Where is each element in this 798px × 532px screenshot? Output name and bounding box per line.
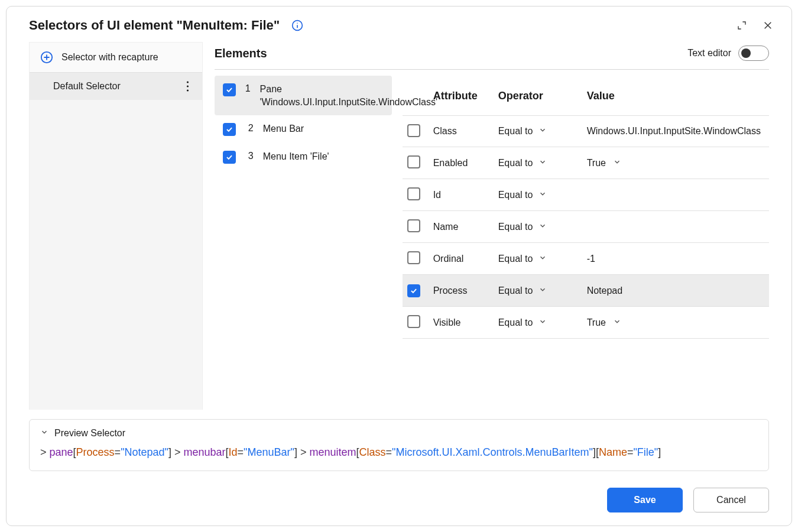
element-label: Menu Item 'File' [263, 150, 384, 163]
new-selector-recapture[interactable]: Selector with recapture [30, 43, 202, 73]
chevron-down-icon [539, 286, 547, 296]
more-options-icon[interactable] [181, 79, 195, 93]
token-str: "MenuBar" [244, 446, 294, 458]
operator-dropdown[interactable]: Equal to [498, 254, 587, 264]
new-selector-label: Selector with recapture [61, 52, 158, 63]
token-tag: menuitem [309, 446, 356, 458]
operator-label: Equal to [498, 254, 533, 264]
attribute-name: Process [431, 286, 498, 296]
token-str: "Notepad" [121, 446, 168, 458]
attribute-row[interactable]: EnabledEqual toTrue [403, 147, 769, 179]
token-br: = [627, 446, 634, 458]
attribute-checkbox[interactable] [407, 219, 420, 232]
attribute-value: Notepad [587, 286, 623, 296]
operator-dropdown[interactable]: Equal to [498, 222, 587, 232]
save-button[interactable]: Save [607, 488, 683, 512]
operator-dropdown[interactable]: Equal to [498, 126, 587, 137]
plus-circle-icon [40, 51, 53, 64]
attribute-name: Visible [431, 317, 498, 328]
attribute-row[interactable]: NameEqual to [403, 211, 769, 243]
panes: 1Pane 'Windows.UI.Input.InputSite.Window… [215, 76, 769, 410]
attributes-panel: Attribute Operator Value ClassEqual toWi… [403, 76, 769, 410]
svg-point-2 [297, 22, 298, 24]
chevron-down-icon [539, 254, 547, 264]
dialog-body: Selector with recapture Default Selector… [7, 42, 791, 410]
operator-label: Equal to [498, 222, 533, 232]
attribute-row[interactable]: VisibleEqual toTrue [403, 307, 769, 339]
operator-label: Equal to [498, 158, 533, 168]
dialog-footer: Save Cancel [7, 471, 791, 525]
text-editor-toggle[interactable] [738, 46, 769, 61]
attribute-row[interactable]: OrdinalEqual to-1 [403, 243, 769, 275]
cancel-button[interactable]: Cancel [693, 488, 769, 512]
selector-dialog: Selectors of UI element "MenuItem: File" [6, 6, 792, 526]
selector-list: Default Selector [30, 73, 202, 100]
attribute-value: True [587, 317, 606, 328]
element-checkbox[interactable] [223, 123, 236, 136]
operator-label: Equal to [498, 317, 533, 328]
preview-selector-toggle[interactable]: Preview Selector [40, 428, 758, 439]
operator-dropdown[interactable]: Equal to [498, 190, 587, 200]
attribute-row[interactable]: ClassEqual toWindows.UI.Input.InputSite.… [403, 115, 769, 147]
operator-dropdown[interactable]: Equal to [498, 317, 587, 328]
element-row[interactable]: 3Menu Item 'File' [215, 143, 392, 171]
attribute-checkbox[interactable] [407, 124, 420, 137]
attribute-name: Class [431, 126, 498, 137]
element-index: 3 [245, 150, 254, 161]
attribute-checkbox[interactable] [407, 315, 420, 328]
token-attr: Class [359, 446, 386, 458]
token-op: > [40, 446, 50, 458]
attribute-row[interactable]: IdEqual to [403, 179, 769, 211]
attribute-name: Enabled [431, 158, 498, 168]
element-index: 1 [245, 83, 251, 94]
token-br: = [115, 446, 121, 458]
element-row[interactable]: 2Menu Bar [215, 115, 392, 143]
attribute-name: Name [431, 222, 498, 232]
element-checkbox[interactable] [223, 83, 236, 96]
selectors-sidebar: Selector with recapture Default Selector [29, 42, 203, 410]
token-br: = [386, 446, 392, 458]
chevron-down-icon [539, 317, 547, 328]
attribute-checkbox[interactable] [407, 284, 420, 297]
operator-label: Equal to [498, 190, 533, 200]
operator-dropdown[interactable]: Equal to [498, 158, 587, 168]
token-attr: Name [599, 446, 627, 458]
info-icon[interactable] [291, 20, 303, 31]
preview-selector-code: > pane[Process="Notepad"] > menubar[Id="… [40, 445, 758, 461]
token-op: > [171, 446, 184, 458]
divider [215, 69, 769, 70]
chevron-down-icon [539, 190, 547, 200]
chevron-down-icon [40, 428, 48, 439]
token-op: > [297, 446, 310, 458]
element-checkbox[interactable] [223, 151, 236, 164]
attribute-checkbox[interactable] [407, 251, 420, 264]
attribute-checkbox[interactable] [407, 187, 420, 200]
expand-icon[interactable] [732, 16, 751, 35]
selector-item[interactable]: Default Selector [30, 73, 202, 100]
chevron-down-icon[interactable] [613, 158, 621, 168]
attribute-checkbox[interactable] [407, 155, 420, 168]
attribute-row[interactable]: ProcessEqual toNotepad [403, 275, 769, 307]
token-br: = [238, 446, 244, 458]
selector-item-label: Default Selector [53, 81, 121, 92]
token-br: ] [658, 446, 661, 458]
main-panel: Elements Text editor 1Pane 'Windows.UI.I… [215, 42, 791, 410]
operator-dropdown[interactable]: Equal to [498, 286, 587, 296]
element-row[interactable]: 1Pane 'Windows.UI.Input.InputSite.Window… [215, 76, 392, 115]
dialog-title: Selectors of UI element "MenuItem: File" [29, 18, 280, 33]
elements-list: 1Pane 'Windows.UI.Input.InputSite.Window… [215, 76, 398, 410]
svg-point-10 [187, 89, 189, 91]
operator-label: Equal to [498, 286, 533, 296]
svg-point-8 [187, 81, 189, 83]
close-icon[interactable] [758, 16, 777, 35]
chevron-down-icon [539, 158, 547, 168]
main-header: Elements Text editor [215, 42, 769, 69]
token-tag: pane [50, 446, 73, 458]
token-tag: menubar [184, 446, 226, 458]
col-value: Value [587, 90, 764, 102]
chevron-down-icon[interactable] [613, 317, 621, 328]
preview-label: Preview Selector [54, 428, 125, 439]
token-attr: Process [76, 446, 115, 458]
svg-point-9 [187, 85, 189, 87]
text-editor-label: Text editor [687, 48, 731, 59]
